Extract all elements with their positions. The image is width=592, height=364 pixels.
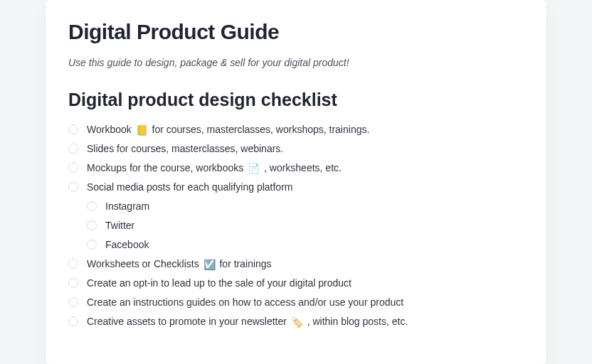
label-text-pre: Worksheets or Checklists <box>87 258 202 269</box>
checklist-item: Slides for courses, masterclasses, webin… <box>68 139 524 159</box>
checklist-item-label: Twitter <box>105 218 524 233</box>
checkbox-circle[interactable] <box>68 297 78 307</box>
checklist-item-label: Mockups for the course, workbooks 📄 , wo… <box>87 161 524 176</box>
label-text-post: , worksheets, etc. <box>261 162 342 173</box>
checklist-item: Instagram <box>87 197 524 216</box>
page-title: Digital Product Guide <box>68 20 524 44</box>
checkbox-circle[interactable] <box>68 144 78 154</box>
checklist-item-label: Facebook <box>105 237 524 252</box>
label-text-pre: Facebook <box>105 239 149 250</box>
checkbox-circle[interactable] <box>68 259 78 269</box>
label-text-pre: Slides for courses, masterclasses, webin… <box>87 143 283 154</box>
label-text-pre: Mockups for the course, workbooks <box>87 162 246 173</box>
checkbox-circle[interactable] <box>68 278 78 288</box>
checklist-item-label: Create an instructions guides on how to … <box>87 295 524 310</box>
label-text-pre: Workbook <box>87 124 134 135</box>
label-text-post: , within blog posts, etc. <box>305 316 408 327</box>
checklist-item: Create an opt-in to lead up to the sale … <box>68 274 524 293</box>
label-text-post: for trainings <box>217 258 272 269</box>
checklist-item-label: Worksheets or Checklists ☑️ for training… <box>87 257 524 272</box>
checkbox-circle[interactable] <box>68 124 78 134</box>
checklist-item: Mockups for the course, workbooks 📄 , wo… <box>68 159 524 178</box>
checklist-item: Facebook <box>87 235 524 255</box>
page-subtitle: Use this guide to design, package & sell… <box>68 57 524 68</box>
checklist-item-label: Create an opt-in to lead up to the sale … <box>87 276 524 291</box>
label-text-pre: Instagram <box>105 200 149 212</box>
checklist-item: Social media posts for each qualifying p… <box>68 178 524 197</box>
label-text-pre: Social media posts for each qualifying p… <box>87 181 292 193</box>
section-heading: Digital product design checklist <box>68 90 524 110</box>
label-text-pre: Creative assets to promote in your newsl… <box>87 316 290 327</box>
checkbox-circle[interactable] <box>68 182 78 192</box>
checkbox-circle[interactable] <box>87 220 97 230</box>
checklist-item-label: Instagram <box>105 199 524 214</box>
inline-emoji-icon: ☑️ <box>204 259 216 269</box>
document-page: Digital Product Guide Use this guide to … <box>46 0 546 364</box>
checklist-item-label: Creative assets to promote in your newsl… <box>87 314 524 329</box>
inline-emoji-icon: 📄 <box>248 164 260 173</box>
checklist-nested: InstagramTwitterFacebook <box>87 197 524 255</box>
checklist-item-label: Slides for courses, masterclasses, webin… <box>87 141 524 156</box>
label-text-post: for courses, masterclasses, workshops, t… <box>149 124 370 135</box>
label-text-pre: Create an instructions guides on how to … <box>87 296 403 308</box>
checklist-item-label: Workbook 📒 for courses, masterclasses, w… <box>87 122 524 137</box>
checkbox-circle[interactable] <box>68 163 78 173</box>
checklist-item: Worksheets or Checklists ☑️ for training… <box>68 255 524 274</box>
checklist-item: Creative assets to promote in your newsl… <box>68 312 524 331</box>
inline-emoji-icon: 🏷️ <box>291 317 303 327</box>
inline-emoji-icon: 📒 <box>136 125 148 135</box>
checkbox-circle[interactable] <box>68 316 78 326</box>
checklist-item-label: Social media posts for each qualifying p… <box>87 180 524 195</box>
checkbox-circle[interactable] <box>87 240 97 250</box>
checkbox-circle[interactable] <box>87 201 97 211</box>
checklist-item: Twitter <box>87 216 524 235</box>
label-text-pre: Twitter <box>105 220 134 231</box>
label-text-pre: Create an opt-in to lead up to the sale … <box>87 277 352 289</box>
checklist-item: Workbook 📒 for courses, masterclasses, w… <box>68 120 524 139</box>
checklist-item: Create an instructions guides on how to … <box>68 293 524 312</box>
checklist: Workbook 📒 for courses, masterclasses, w… <box>68 120 524 331</box>
